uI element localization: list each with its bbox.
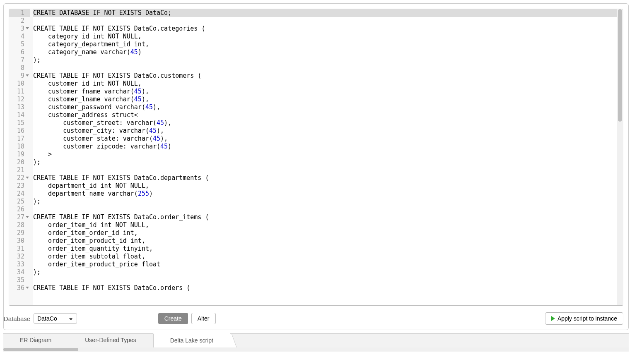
line-number: 23 bbox=[9, 182, 30, 190]
code-line[interactable]: customer_lname varchar(45), bbox=[33, 96, 623, 103]
code-line[interactable] bbox=[33, 276, 623, 284]
line-number: 29 bbox=[9, 229, 30, 237]
scrollbar-thumb[interactable] bbox=[618, 9, 622, 122]
database-label: Database bbox=[4, 315, 30, 322]
code-line[interactable]: order_item_id int NOT NULL, bbox=[33, 221, 623, 229]
apply-script-label: Apply script to instance bbox=[557, 315, 617, 322]
code-line[interactable]: order_item_order_id int, bbox=[33, 229, 623, 237]
line-gutter: 1234567891011121314151617181920212223242… bbox=[9, 9, 33, 305]
vertical-scrollbar[interactable] bbox=[617, 9, 623, 305]
line-number: 7 bbox=[9, 56, 30, 64]
line-number: 11 bbox=[9, 88, 30, 96]
code-line[interactable] bbox=[33, 17, 623, 25]
line-number: 18 bbox=[9, 143, 30, 151]
line-number: 1 bbox=[9, 9, 30, 17]
tab-delta-lake-script[interactable]: Delta Lake script bbox=[153, 333, 230, 347]
line-number: 28 bbox=[9, 221, 30, 229]
line-number: 3 bbox=[9, 25, 30, 33]
code-line[interactable] bbox=[33, 166, 623, 174]
main-panel: 1234567891011121314151617181920212223242… bbox=[3, 3, 629, 330]
line-number: 25 bbox=[9, 198, 30, 206]
line-number: 26 bbox=[9, 206, 30, 213]
create-button[interactable]: Create bbox=[158, 313, 188, 324]
code-line[interactable]: customer_password varchar(45), bbox=[33, 103, 623, 111]
line-number: 8 bbox=[9, 64, 30, 72]
line-number: 34 bbox=[9, 268, 30, 276]
code-line[interactable]: ); bbox=[33, 198, 623, 206]
line-number: 2 bbox=[9, 17, 30, 25]
line-number: 15 bbox=[9, 119, 30, 127]
line-number: 13 bbox=[9, 103, 30, 111]
code-line[interactable]: customer_zipcode: varchar(45) bbox=[33, 143, 623, 151]
line-number: 22 bbox=[9, 174, 30, 182]
play-icon bbox=[551, 316, 555, 321]
code-line[interactable]: customer_id int NOT NULL, bbox=[33, 80, 623, 88]
code-line[interactable]: category_department_id int, bbox=[33, 41, 623, 48]
line-number: 12 bbox=[9, 96, 30, 103]
code-line[interactable]: CREATE TABLE IF NOT EXISTS DataCo.custom… bbox=[33, 72, 623, 80]
code-area[interactable]: CREATE DATABASE IF NOT EXISTS DataCo;CRE… bbox=[33, 9, 623, 305]
line-number: 16 bbox=[9, 127, 30, 135]
code-line[interactable]: order_item_subtotal float, bbox=[33, 253, 623, 261]
code-line[interactable] bbox=[33, 64, 623, 72]
line-number: 21 bbox=[9, 166, 30, 174]
line-number: 20 bbox=[9, 158, 30, 166]
code-line[interactable]: ); bbox=[33, 158, 623, 166]
tab-strip: ER Diagram User-Defined Types Delta Lake… bbox=[3, 333, 629, 347]
line-number: 14 bbox=[9, 111, 30, 119]
tab-user-defined-types[interactable]: User-Defined Types bbox=[68, 334, 153, 347]
code-line[interactable]: customer_city: varchar(45), bbox=[33, 127, 623, 135]
code-line[interactable]: order_item_quantity tinyint, bbox=[33, 245, 623, 253]
code-line[interactable]: customer_address struct< bbox=[33, 111, 623, 119]
line-number: 27 bbox=[9, 213, 30, 221]
line-number: 36 bbox=[9, 284, 30, 292]
database-select[interactable]: DataCo bbox=[34, 313, 77, 324]
line-number: 17 bbox=[9, 135, 30, 143]
code-line[interactable]: CREATE DATABASE IF NOT EXISTS DataCo; bbox=[33, 9, 623, 17]
line-number: 35 bbox=[9, 276, 30, 284]
code-line[interactable]: department_id int NOT NULL, bbox=[33, 182, 623, 190]
code-line[interactable]: CREATE TABLE IF NOT EXISTS DataCo.order_… bbox=[33, 213, 623, 221]
code-line[interactable]: department_name varchar(255) bbox=[33, 190, 623, 198]
horizontal-scrollbar[interactable] bbox=[3, 347, 629, 352]
line-number: 33 bbox=[9, 261, 30, 268]
code-line[interactable]: category_name varchar(45) bbox=[33, 48, 623, 56]
code-line[interactable]: customer_fname varchar(45), bbox=[33, 88, 623, 96]
code-line[interactable]: category_id int NOT NULL, bbox=[33, 33, 623, 41]
code-line[interactable]: CREATE TABLE IF NOT EXISTS DataCo.catego… bbox=[33, 25, 623, 33]
alter-button[interactable]: Alter bbox=[191, 313, 216, 324]
hscroll-thumb[interactable] bbox=[3, 348, 78, 351]
code-editor[interactable]: 1234567891011121314151617181920212223242… bbox=[9, 9, 623, 306]
code-line[interactable]: customer_state: varchar(45), bbox=[33, 135, 623, 143]
code-line[interactable]: order_item_product_id int, bbox=[33, 237, 623, 245]
apply-script-button[interactable]: Apply script to instance bbox=[545, 312, 623, 325]
code-line[interactable]: order_item_product_price float bbox=[33, 261, 623, 268]
bottom-toolbar: Database DataCo Create Alter Apply scrip… bbox=[4, 309, 628, 330]
line-number: 32 bbox=[9, 253, 30, 261]
line-number: 5 bbox=[9, 41, 30, 48]
line-number: 31 bbox=[9, 245, 30, 253]
code-line[interactable]: customer_street: varchar(45), bbox=[33, 119, 623, 127]
line-number: 9 bbox=[9, 72, 30, 80]
line-number: 10 bbox=[9, 80, 30, 88]
line-number: 19 bbox=[9, 151, 30, 158]
code-line[interactable] bbox=[33, 206, 623, 213]
line-number: 24 bbox=[9, 190, 30, 198]
line-number: 6 bbox=[9, 48, 30, 56]
code-line[interactable]: ); bbox=[33, 268, 623, 276]
code-line[interactable]: CREATE TABLE IF NOT EXISTS DataCo.orders… bbox=[33, 284, 623, 292]
line-number: 30 bbox=[9, 237, 30, 245]
line-number: 4 bbox=[9, 33, 30, 41]
code-line[interactable]: CREATE TABLE IF NOT EXISTS DataCo.depart… bbox=[33, 174, 623, 182]
tab-er-diagram[interactable]: ER Diagram bbox=[3, 334, 68, 347]
code-line[interactable]: ); bbox=[33, 56, 623, 64]
code-line[interactable]: > bbox=[33, 151, 623, 158]
